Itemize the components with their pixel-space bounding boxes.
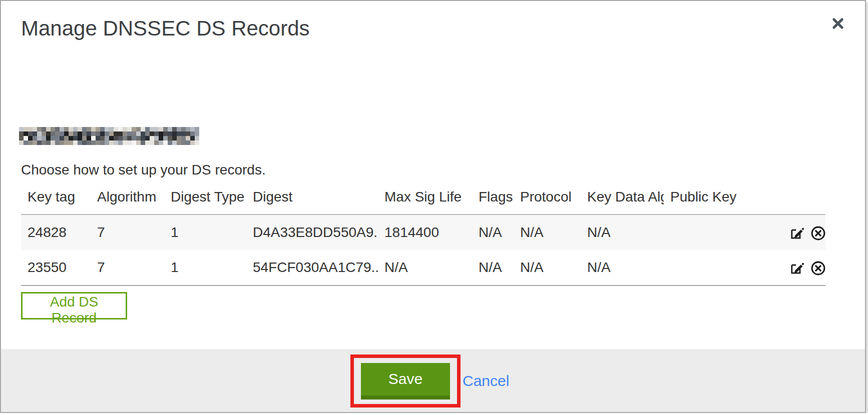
column-header-flags: Flags (472, 189, 514, 214)
cell-key-tag: 24828 (21, 214, 91, 250)
ds-records-table: Key tag Algorithm Digest Type Digest Max… (21, 189, 825, 286)
cell-digest: 54FCF030AA1C79... (246, 250, 378, 286)
close-button[interactable] (828, 14, 848, 34)
table-header-row: Key tag Algorithm Digest Type Digest Max… (21, 189, 825, 214)
edit-record-button[interactable] (789, 226, 804, 241)
domain-name-redacted (19, 127, 199, 145)
column-header-max-sig-life: Max Sig Life (378, 189, 472, 214)
cancel-link[interactable]: Cancel (463, 372, 509, 390)
cell-digest: D4A33E8DD550A9... (246, 214, 378, 250)
instruction-text: Choose how to set up your DS records. (21, 162, 845, 178)
delete-record-icon (810, 270, 825, 278)
delete-record-button[interactable] (810, 260, 825, 276)
column-header-public-key: Public Key (664, 189, 780, 214)
dialog-title: Manage DNSSEC DS Records (21, 1, 845, 41)
column-header-key-tag: Key tag (21, 189, 91, 214)
column-header-algorithm: Algorithm (91, 189, 164, 214)
cell-key-data-alg: N/A (581, 250, 664, 286)
column-header-protocol: Protocol (514, 189, 581, 214)
cell-flags: N/A (472, 250, 514, 286)
cell-max-sig-life: 1814400 (378, 214, 472, 250)
cell-public-key (664, 214, 780, 250)
cell-protocol: N/A (514, 250, 581, 286)
cell-key-data-alg: N/A (581, 214, 664, 250)
cell-digest-type: 1 (164, 250, 246, 286)
column-header-key-data-alg: Key Data Alg (581, 189, 664, 214)
row-actions (780, 214, 825, 250)
edit-record-icon (789, 270, 804, 278)
add-ds-record-button[interactable]: Add DS Record (21, 292, 127, 320)
edit-record-icon (789, 235, 804, 242)
cell-algorithm: 7 (91, 250, 164, 286)
edit-record-button[interactable] (789, 260, 804, 276)
cell-digest-type: 1 (164, 214, 246, 250)
row-actions (780, 250, 825, 286)
cell-public-key (664, 250, 780, 286)
table-row: 24828 7 1 D4A33E8DD550A9... 1814400 N/A … (21, 214, 825, 250)
cell-key-tag: 23550 (21, 250, 91, 286)
close-icon (830, 25, 845, 32)
column-header-actions (780, 189, 825, 214)
manage-dnssec-ds-records-dialog: Manage DNSSEC DS Records Choose how to s… (0, 0, 866, 413)
cell-max-sig-life: N/A (378, 250, 472, 286)
dialog-footer: Save Cancel (1, 349, 865, 412)
cell-algorithm: 7 (91, 214, 164, 250)
delete-record-icon (810, 235, 825, 242)
save-highlight-annotation: Save (350, 354, 461, 408)
save-button[interactable]: Save (361, 363, 450, 400)
cell-flags: N/A (472, 214, 514, 250)
table-row: 23550 7 1 54FCF030AA1C79... N/A N/A N/A … (21, 250, 825, 286)
delete-record-button[interactable] (810, 226, 825, 241)
column-header-digest: Digest (246, 189, 378, 214)
column-header-digest-type: Digest Type (164, 189, 246, 214)
cell-protocol: N/A (514, 214, 581, 250)
